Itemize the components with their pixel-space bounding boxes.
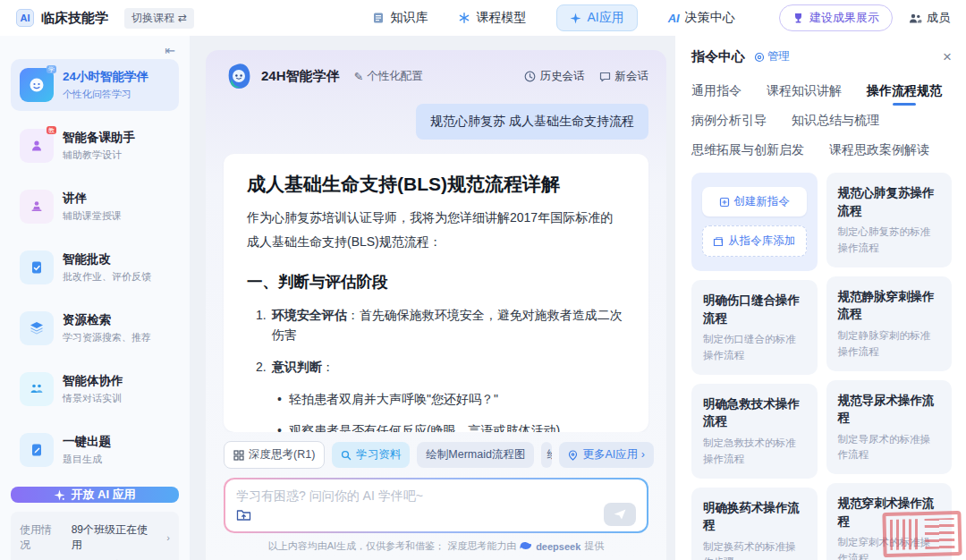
connected-row[interactable]: 已连接 2个知识库 ▾ — [20, 556, 170, 560]
quick-action-chips: 深度思考(R1) 学习资料 绘制Mermaid流程图 绘 更多AI应用 › — [206, 432, 666, 476]
instruction-card[interactable]: 明确换药术操作流程 制定换药术的标准操作步骤 — [691, 488, 818, 560]
library-add-icon — [713, 236, 724, 247]
sidebar-item-subtitle: 辅助课堂授课 — [63, 209, 122, 223]
nav-decision-center[interactable]: AI 决策中心 — [668, 10, 735, 26]
sidebar-item-subtitle: 个性化问答学习 — [63, 88, 148, 101]
sidebar-item-lesson-prep[interactable]: 教 智能备课助手 辅助教学设计 — [11, 120, 179, 172]
sidebar-item-title: 智能批改 — [63, 251, 151, 267]
switch-course-button[interactable]: 切换课程 ⇄ — [124, 8, 194, 29]
answer-section-heading: 一、判断与评估阶段 — [247, 271, 625, 293]
user-message-bubble: 规范心肺复苏 成人基础生命支持流程 — [416, 104, 648, 140]
send-button[interactable] — [604, 503, 636, 526]
instruction-card[interactable]: 明确急救技术操作流程 制定急救技术的标准操作流程 — [691, 384, 818, 479]
left-sidebar: ⇤ 学 24小时智能学伴 个性化问答学习 教 智能备课助手 辅助教学设计 讲伴 … — [0, 36, 190, 560]
answer-title: 成人基础生命支持(BLS)规范流程详解 — [247, 172, 625, 197]
tab-innovation[interactable]: 思维拓展与创新启发 — [691, 142, 804, 158]
clock-icon — [524, 71, 536, 82]
assistant-name: 24H智能学伴 — [261, 68, 340, 85]
sparkle-icon — [54, 489, 65, 501]
chat-input-box[interactable] — [224, 478, 648, 533]
instruction-card[interactable]: 规范心肺复苏操作流程 制定心肺复苏的标准操作流程 — [826, 173, 953, 267]
list-item: 2. 意识判断： — [247, 357, 625, 377]
ai-letters-icon: AI — [668, 12, 680, 25]
pencil-icon: ✎ — [354, 70, 363, 83]
instruction-card[interactable]: 规范穿刺术操作流程 制定穿刺术的标准操作流程 — [826, 483, 953, 560]
instruction-cards: 创建新指令 从指令库添加 明确伤口缝合操作流程 制定伤口缝合的标准操作流程 明确… — [691, 173, 952, 560]
chat-input[interactable] — [236, 488, 636, 503]
brand: AI 临床技能学 切换课程 ⇄ — [16, 8, 194, 29]
nav-right: 建设成果展示 成员 — [779, 4, 950, 31]
sidebar-item-title: 智能备课助手 — [63, 130, 135, 146]
personalize-config-link[interactable]: ✎ 个性化配置 — [354, 69, 423, 84]
sidebar-item-subtitle: 批改作业、评价反馈 — [63, 270, 151, 284]
sidebar-item-agent-collab[interactable]: 智能体协作 情景对话实训 — [11, 363, 179, 415]
chat-bubble-icon — [599, 71, 611, 82]
tab-case-analysis[interactable]: 病例分析引导 — [691, 113, 767, 129]
sidebar-item-quiz-generator[interactable]: 一键出题 题目生成 — [11, 424, 179, 476]
sidebar-item-title: 一键出题 — [63, 434, 111, 450]
tab-knowledge[interactable]: 课程知识讲解 — [767, 83, 842, 99]
chat-header: 24H智能学伴 ✎ 个性化配置 历史会话 新会话 — [206, 50, 666, 98]
tab-general[interactable]: 通用指令 — [691, 83, 741, 99]
ai-disclaimer: 以上内容均由AI生成，仅供参考和借鉴； 深度思考能力由 deepseek 提供 — [206, 533, 666, 560]
create-instruction-button[interactable]: 创建新指令 — [702, 187, 807, 216]
deepseek-name: deepseek — [536, 541, 580, 552]
tab-summary[interactable]: 知识总结与梳理 — [792, 113, 879, 129]
mermaid-chip[interactable]: 绘制Mermaid流程图 — [417, 442, 534, 468]
usage-row[interactable]: 使用情况 89个班级正在使用 › — [20, 520, 170, 556]
add-from-library-button[interactable]: 从指令库添加 — [702, 225, 807, 257]
sidebar-item-smart-grading[interactable]: 智能批改 批改作业、评价反馈 — [11, 242, 179, 293]
people-icon — [909, 13, 922, 24]
app-title: 临床技能学 — [41, 10, 108, 27]
message-list[interactable]: 规范心肺复苏 成人基础生命支持流程 成人基础生命支持(BLS)规范流程详解 作为… — [206, 98, 666, 432]
study-materials-chip[interactable]: 学习资料 — [332, 442, 410, 468]
grading-icon — [20, 250, 54, 284]
swap-icon: ⇄ — [178, 12, 187, 24]
sidebar-item-subtitle: 题目生成 — [63, 453, 111, 466]
sidebar-item-study-buddy[interactable]: 学 24小时智能学伴 个性化问答学习 — [11, 59, 179, 111]
deepthink-chip[interactable]: 深度思考(R1) — [224, 441, 325, 469]
sidebar-item-title: 资源检索 — [63, 312, 151, 328]
nav-center: 知识库 课程模型 AI应用 AI 决策中心 — [238, 4, 734, 31]
tab-procedure[interactable]: 操作流程规范 — [867, 83, 942, 99]
open-ai-app-button[interactable]: 开放 AI 应用 — [11, 487, 179, 503]
nav-knowledge-base[interactable]: 知识库 — [372, 10, 428, 26]
usage-box: 使用情况 89个班级正在使用 › 已连接 2个知识库 ▾ — [11, 512, 179, 560]
close-icon[interactable]: × — [943, 49, 952, 64]
sidebar-item-resource-search[interactable]: 资源检索 学习资源搜索、推荐 — [11, 302, 179, 354]
nav-course-model[interactable]: 课程模型 — [458, 10, 526, 26]
instruction-tabs: 通用指令 课程知识讲解 操作流程规范 病例分析引导 知识总结与梳理 思维拓展与创… — [691, 83, 952, 158]
panel-title: 指令中心 — [691, 48, 745, 65]
deepthink-icon — [233, 450, 244, 461]
trophy-icon — [792, 13, 804, 24]
achievements-button[interactable]: 建设成果展示 — [779, 4, 893, 31]
more-ai-apps-chip[interactable]: 更多AI应用 › — [559, 442, 653, 468]
gear-icon — [754, 52, 765, 63]
search-icon — [341, 450, 352, 461]
tab-ideology[interactable]: 课程思政案例解读 — [829, 142, 929, 158]
assistant-message: 成人基础生命支持(BLS)规范流程详解 作为心肺复苏培训认证导师，我将为您详细讲… — [224, 154, 648, 432]
model-icon — [458, 12, 470, 24]
instruction-card[interactable]: 规范静脉穿刺操作流程 制定静脉穿刺的标准操作流程 — [826, 276, 953, 371]
new-session-button[interactable]: 新会话 — [599, 69, 649, 84]
sidebar-item-title: 智能体协作 — [63, 373, 123, 389]
lesson-prep-icon: 教 — [20, 129, 54, 163]
sidebar-item-subtitle: 学习资源搜索、推荐 — [63, 331, 151, 344]
nav-ai-app[interactable]: AI应用 — [556, 4, 637, 31]
sidebar-item-lecture-buddy[interactable]: 讲伴 辅助课堂授课 — [11, 181, 179, 233]
instruction-card[interactable]: 规范导尿术操作流程 制定导尿术的标准操作流程 — [826, 380, 953, 475]
collapse-sidebar-icon[interactable]: ⇤ — [161, 41, 179, 59]
bullet-item: 观察患者是否有任何反应(睁眼、言语或肢体活动) — [247, 420, 625, 432]
main-area: 24H智能学伴 ✎ 个性化配置 历史会话 新会话 — [190, 36, 675, 560]
instruction-card[interactable]: 明确伤口缝合操作流程 制定伤口缝合的标准操作流程 — [691, 280, 818, 375]
members-button[interactable]: 成员 — [909, 10, 950, 26]
agents-icon — [20, 372, 54, 406]
sidebar-item-subtitle: 情景对话实训 — [63, 392, 123, 405]
upload-file-icon[interactable] — [236, 508, 251, 522]
manage-link[interactable]: 管理 — [754, 49, 790, 64]
history-sessions-button[interactable]: 历史会话 — [524, 69, 585, 84]
top-navbar: AI 临床技能学 切换课程 ⇄ 知识库 课程模型 AI应用 AI 决 — [0, 0, 966, 36]
clipped-chip[interactable]: 绘 — [541, 442, 552, 468]
sidebar-item-title: 讲伴 — [63, 191, 122, 207]
doc-plus-icon — [719, 197, 730, 208]
